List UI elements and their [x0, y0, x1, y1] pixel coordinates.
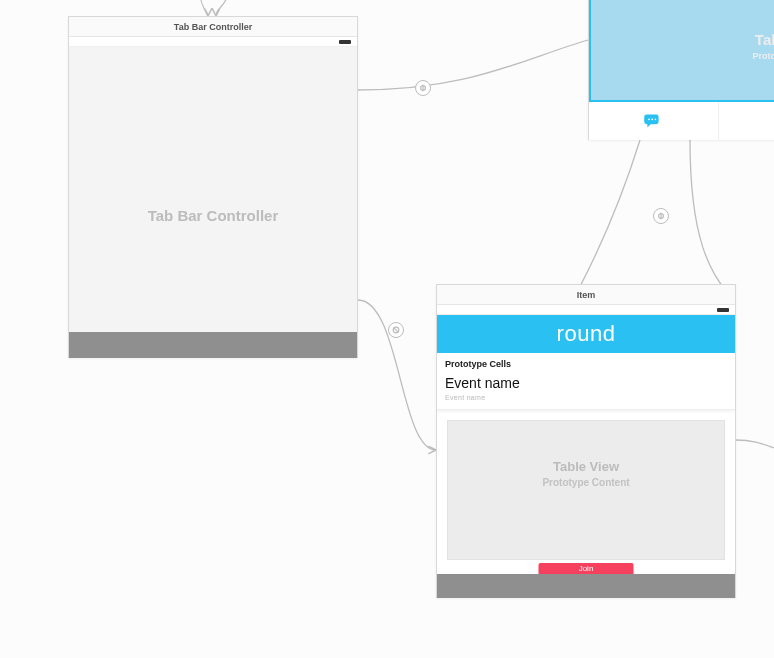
table-view-selected[interactable]: Table View Prototype Content — [589, 0, 774, 102]
cell-subtitle-label: Event name — [445, 394, 727, 401]
status-bar — [69, 37, 357, 47]
tab-home[interactable] — [719, 102, 775, 140]
scene-title: Item — [437, 285, 735, 305]
scene-body: Tab Bar Controller — [69, 37, 357, 358]
tab-bar[interactable] — [437, 574, 735, 598]
tab-bar — [589, 102, 774, 140]
navigation-bar-title: round — [437, 315, 735, 353]
prototype-content-label: Prototype Content — [448, 477, 724, 488]
status-bar — [437, 305, 735, 315]
cell-title-label: Event name — [445, 375, 727, 391]
placeholder-label: Tab Bar Controller — [69, 207, 357, 224]
table-cell[interactable]: Event name Event name — [437, 371, 735, 410]
prototype-content-label: Prototype Content — [753, 51, 775, 61]
table-view-label: Table View — [448, 459, 724, 474]
prototype-cells-label: Prototype Cells — [437, 353, 735, 371]
segue-badge-relationship-2 — [653, 208, 669, 224]
table-view-label: Table View — [755, 31, 774, 48]
scene-item[interactable]: Item round Prototype Cells Event name Ev… — [436, 284, 736, 598]
scene-partial-view[interactable]: Table View Prototype Content — [588, 0, 774, 140]
segue-badge-show-1 — [388, 322, 404, 338]
tab-bar[interactable] — [69, 332, 357, 358]
inner-table-view[interactable]: Table View Prototype Content — [447, 420, 725, 560]
scene-title: Tab Bar Controller — [69, 17, 357, 37]
chat-icon — [643, 113, 663, 129]
scene-tab-bar-controller[interactable]: Tab Bar Controller Tab Bar Controller — [68, 16, 358, 358]
scene-body: round Prototype Cells Event name Event n… — [437, 305, 735, 598]
segue-badge-relationship-1 — [415, 80, 431, 96]
tab-chat[interactable] — [589, 102, 719, 140]
svg-point-8 — [655, 119, 657, 121]
svg-point-6 — [648, 119, 650, 121]
svg-point-7 — [652, 119, 654, 121]
